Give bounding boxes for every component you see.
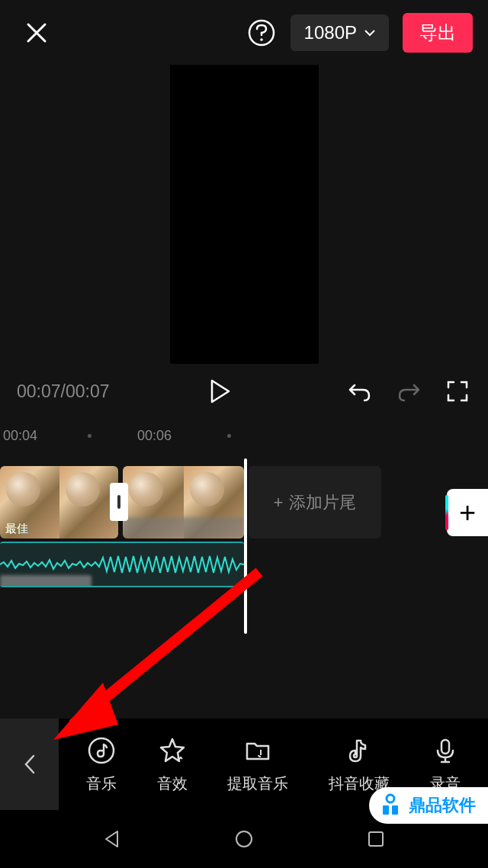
resolution-selector[interactable]: 1080P bbox=[291, 14, 389, 51]
ruler-mark: 00:06 bbox=[137, 428, 172, 444]
play-icon bbox=[209, 379, 230, 403]
close-icon bbox=[25, 21, 48, 44]
resolution-label: 1080P bbox=[304, 22, 357, 43]
video-canvas[interactable] bbox=[170, 65, 319, 364]
tool-mic[interactable]: 录音 bbox=[430, 735, 461, 794]
ruler-dot bbox=[227, 434, 231, 438]
help-button[interactable] bbox=[246, 18, 277, 48]
svg-rect-8 bbox=[383, 805, 389, 815]
chevron-left-icon bbox=[23, 753, 37, 776]
redo-icon bbox=[396, 381, 421, 402]
header-bar: 1080P 导出 bbox=[0, 0, 488, 65]
music-icon bbox=[86, 735, 117, 766]
help-icon bbox=[247, 18, 276, 47]
add-tail-button[interactable]: + 添加片尾 bbox=[249, 466, 381, 538]
video-preview-area bbox=[0, 65, 488, 364]
audio-label-blur bbox=[0, 575, 92, 587]
mic-icon bbox=[430, 735, 461, 766]
video-clip[interactable] bbox=[123, 466, 244, 538]
watermark-badge: 鼎品软件 bbox=[369, 787, 488, 824]
plus-icon: + bbox=[459, 497, 476, 529]
douyin-icon bbox=[344, 735, 374, 766]
add-clip-button[interactable]: + bbox=[447, 489, 488, 536]
fullscreen-icon bbox=[446, 380, 469, 403]
play-button[interactable] bbox=[206, 378, 233, 405]
video-clip[interactable]: 最佳 bbox=[0, 466, 118, 538]
svg-rect-9 bbox=[392, 805, 398, 815]
undo-button[interactable] bbox=[346, 378, 374, 405]
nav-home-button[interactable] bbox=[232, 827, 256, 851]
tool-douyin[interactable]: 抖音收藏 bbox=[329, 735, 390, 794]
square-recent-icon bbox=[366, 829, 386, 849]
transition-marker[interactable] bbox=[110, 483, 128, 521]
add-tail-label: 添加片尾 bbox=[289, 491, 356, 514]
tool-folder[interactable]: 提取音乐 bbox=[227, 735, 288, 794]
watermark-logo-icon bbox=[378, 793, 403, 818]
timeline[interactable]: 最佳 + 添加片尾 + bbox=[0, 466, 488, 641]
tool-label: 音乐 bbox=[86, 773, 117, 794]
clip-caption: 最佳 bbox=[3, 521, 30, 537]
chevron-down-icon bbox=[364, 29, 375, 37]
transport-bar: 00:07/00:07 bbox=[0, 364, 488, 423]
star-icon bbox=[157, 735, 188, 766]
folder-icon bbox=[242, 735, 273, 766]
export-label: 导出 bbox=[419, 22, 456, 43]
svg-point-5 bbox=[236, 831, 252, 847]
back-button[interactable] bbox=[0, 719, 59, 810]
circle-home-icon bbox=[234, 829, 254, 849]
playhead[interactable] bbox=[244, 458, 247, 634]
svg-point-1 bbox=[260, 38, 263, 41]
fullscreen-button[interactable] bbox=[444, 378, 471, 405]
export-button[interactable]: 导出 bbox=[403, 13, 473, 53]
tool-star[interactable]: 音效 bbox=[157, 735, 188, 794]
nav-recent-button[interactable] bbox=[364, 827, 388, 851]
svg-point-7 bbox=[387, 795, 394, 802]
watermark-text: 鼎品软件 bbox=[409, 794, 476, 817]
svg-rect-4 bbox=[441, 740, 449, 754]
ruler-mark: 00:04 bbox=[3, 428, 37, 444]
timeline-ruler[interactable]: 00:04 00:06 bbox=[0, 428, 488, 451]
audio-waveform bbox=[0, 553, 244, 576]
ruler-dot bbox=[88, 434, 92, 438]
redo-button[interactable] bbox=[395, 378, 422, 405]
svg-rect-6 bbox=[369, 832, 383, 846]
undo-icon bbox=[348, 381, 372, 402]
tool-label: 音效 bbox=[157, 773, 188, 794]
svg-rect-2 bbox=[117, 495, 120, 509]
audio-track[interactable] bbox=[0, 542, 244, 587]
tool-music[interactable]: 音乐 bbox=[86, 735, 117, 794]
tool-label: 提取音乐 bbox=[227, 773, 288, 794]
plus-icon: + bbox=[274, 493, 284, 513]
nav-back-button[interactable] bbox=[100, 827, 124, 851]
triangle-back-icon bbox=[102, 829, 122, 849]
close-button[interactable] bbox=[23, 19, 50, 47]
